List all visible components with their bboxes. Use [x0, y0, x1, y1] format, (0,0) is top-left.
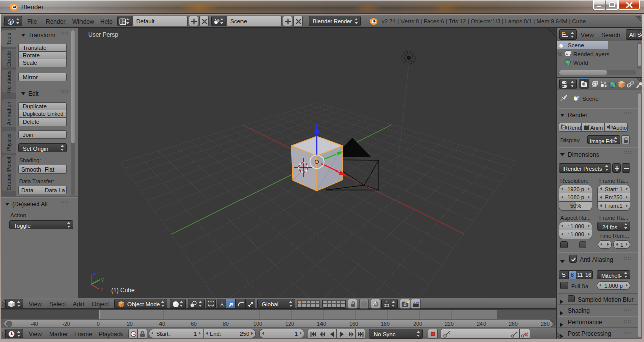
svg-text:User Persp: User Persp	[88, 31, 118, 38]
svg-text:(1) Cube: (1) Cube	[111, 287, 135, 294]
svg-text:y: y	[101, 277, 104, 282]
svg-text:x: x	[101, 286, 103, 292]
svg-text:z: z	[93, 270, 96, 276]
